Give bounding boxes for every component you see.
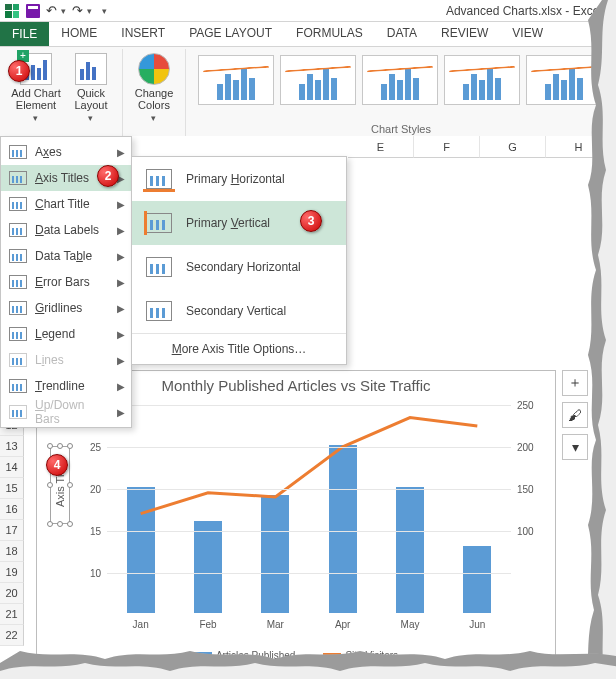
callout-badge-2: 2 — [97, 165, 119, 187]
row-header[interactable]: 14 — [0, 457, 24, 478]
row-header[interactable]: 17 — [0, 520, 24, 541]
x-tick: May — [401, 613, 420, 630]
y-tick: 10 — [90, 568, 107, 579]
menu-item-axes[interactable]: Axes▶ — [1, 139, 131, 165]
submenu-secondary-vertical[interactable]: Secondary Vertical — [132, 289, 346, 333]
chart-styles-button[interactable]: 🖌 — [562, 402, 588, 428]
callout-badge-1: 1 — [8, 60, 30, 82]
style-thumb[interactable] — [444, 55, 520, 105]
axis-icon — [146, 301, 172, 321]
chart-mini-icon — [9, 327, 27, 341]
chart-mini-icon — [9, 379, 27, 393]
row-header[interactable]: 19 — [0, 562, 24, 583]
axis-icon — [146, 257, 172, 277]
menu-item-up-down-bars: Up/Down Bars▶ — [1, 399, 131, 425]
axis-icon — [146, 169, 172, 189]
x-tick: Apr — [335, 613, 351, 630]
callout-badge-4: 4 — [46, 454, 68, 476]
row-header[interactable]: 20 — [0, 583, 24, 604]
chevron-right-icon: ▶ — [117, 251, 125, 262]
chart-style-gallery[interactable] — [192, 51, 610, 105]
y2-tick: 100 — [511, 526, 534, 537]
callout-badge-3: 3 — [300, 210, 322, 232]
row-header[interactable]: 18 — [0, 541, 24, 562]
axis-titles-submenu: Primary Horizontal Primary Vertical Seco… — [131, 156, 347, 365]
y-tick: 20 — [90, 484, 107, 495]
quick-layout-button[interactable]: Quick Layout ▾ — [66, 51, 116, 123]
tab-file[interactable]: FILE — [0, 22, 49, 46]
style-thumb[interactable] — [280, 55, 356, 105]
tab-page-layout[interactable]: PAGE LAYOUT — [177, 22, 284, 46]
chart-mini-icon — [9, 145, 27, 159]
menu-item-trendline[interactable]: Trendline▶ — [1, 373, 131, 399]
chart-mini-icon — [9, 405, 27, 419]
line-series[interactable] — [107, 405, 511, 614]
chevron-right-icon: ▶ — [117, 199, 125, 210]
submenu-primary-horizontal[interactable]: Primary Horizontal — [132, 157, 346, 201]
row-header[interactable]: 21 — [0, 604, 24, 625]
menu-item-chart-title[interactable]: Chart Title▶ — [1, 191, 131, 217]
quick-layout-label: Quick Layout — [66, 87, 116, 111]
change-colors-icon — [138, 53, 170, 85]
x-tick: Jun — [469, 613, 485, 630]
y2-tick: 250 — [511, 400, 534, 411]
style-thumb[interactable] — [526, 55, 602, 105]
style-thumb[interactable] — [362, 55, 438, 105]
menu-item-gridlines[interactable]: Gridlines▶ — [1, 295, 131, 321]
save-icon[interactable] — [26, 4, 40, 18]
chevron-down-icon: ▾ — [88, 113, 93, 123]
chevron-right-icon: ▶ — [117, 355, 125, 366]
chevron-down-icon: ▾ — [33, 113, 38, 123]
chevron-right-icon: ▶ — [117, 329, 125, 340]
col-header[interactable]: E — [348, 136, 414, 158]
chart-mini-icon — [9, 275, 27, 289]
row-header[interactable]: 22 — [0, 625, 24, 646]
col-header[interactable]: F — [414, 136, 480, 158]
col-header[interactable]: G — [480, 136, 546, 158]
chevron-right-icon: ▶ — [117, 381, 125, 392]
submenu-secondary-horizontal[interactable]: Secondary Horizontal — [132, 245, 346, 289]
ribbon-group-colors: Change Colors ▾ — [123, 49, 186, 137]
x-tick: Jan — [133, 613, 149, 630]
tab-data[interactable]: DATA — [375, 22, 429, 46]
plot-area[interactable]: 1015202530100150200250JanFebMarAprMayJun — [107, 405, 511, 613]
row-header[interactable]: 16 — [0, 499, 24, 520]
chart-mini-icon — [9, 249, 27, 263]
redo-icon[interactable]: ↷ — [72, 3, 83, 18]
chart-filters-button[interactable]: ▾ — [562, 434, 588, 460]
menu-item-error-bars[interactable]: Error Bars▶ — [1, 269, 131, 295]
undo-caret-icon[interactable]: ▾ — [61, 6, 66, 16]
tab-home[interactable]: HOME — [49, 22, 109, 46]
chart-mini-icon — [9, 223, 27, 237]
tab-insert[interactable]: INSERT — [109, 22, 177, 46]
redo-caret-icon[interactable]: ▾ — [87, 6, 92, 16]
tab-view[interactable]: VIEW — [500, 22, 555, 46]
col-header[interactable]: H — [546, 136, 612, 158]
style-thumb[interactable] — [198, 55, 274, 105]
menu-item-legend[interactable]: Legend▶ — [1, 321, 131, 347]
row-header[interactable]: 15 — [0, 478, 24, 499]
excel-window: ↶▾ ↷▾ ▾ Advanced Charts.xlsx - Excel FIL… — [0, 0, 616, 679]
tab-formulas[interactable]: FORMULAS — [284, 22, 375, 46]
chart-elements-button[interactable]: ＋ — [562, 370, 588, 396]
undo-icon[interactable]: ↶ — [46, 3, 57, 18]
menu-item-data-table[interactable]: Data Table▶ — [1, 243, 131, 269]
column-headers: E F G H — [348, 136, 616, 158]
row-header[interactable]: 13 — [0, 436, 24, 457]
legend-item[interactable]: Site Visitors — [323, 650, 398, 661]
change-colors-button[interactable]: Change Colors ▾ — [129, 51, 179, 123]
y-tick: 25 — [90, 442, 107, 453]
y2-tick: 200 — [511, 442, 534, 453]
submenu-more-options[interactable]: More Axis Title Options… — [132, 334, 346, 364]
change-colors-label: Change Colors — [129, 87, 179, 111]
excel-icon — [4, 3, 20, 19]
chart-mini-icon — [9, 197, 27, 211]
legend-item[interactable]: Articles Published — [194, 650, 295, 661]
quick-layout-icon — [75, 53, 107, 85]
ribbon: + Add Chart Element ▾ Quick Layout ▾ Cha… — [0, 46, 616, 138]
add-chart-element-label: Add Chart Element — [6, 87, 66, 111]
tab-review[interactable]: REVIEW — [429, 22, 500, 46]
menu-item-data-labels[interactable]: Data Labels▶ — [1, 217, 131, 243]
quick-access-toolbar: ↶▾ ↷▾ ▾ — [4, 3, 107, 19]
chart-legend[interactable]: Articles Published Site Visitors — [37, 650, 555, 661]
